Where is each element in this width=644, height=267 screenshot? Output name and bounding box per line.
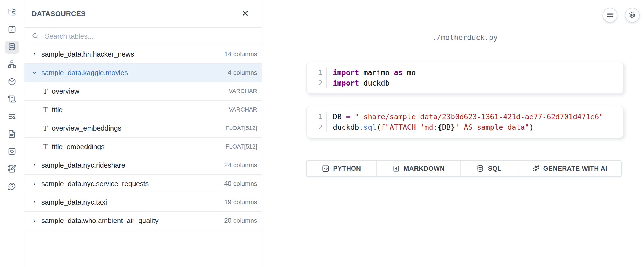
- generate-with-ai-button[interactable]: GENERATE WITH AI: [518, 161, 621, 176]
- search-icon: [32, 32, 39, 40]
- code-square-icon: [8, 147, 16, 156]
- text-type-icon: T: [43, 124, 52, 132]
- line-number: 1: [307, 67, 322, 78]
- add-python-cell-button[interactable]: PYTHON: [307, 161, 377, 176]
- app-window: DATASOURCES sample_data.hn.hacker_news14…: [0, 0, 644, 267]
- sidebar-item-datasources[interactable]: [5, 41, 19, 54]
- line-number: 1: [307, 112, 322, 122]
- column-name: title: [52, 106, 63, 114]
- table-name: sample_data.kaggle.movies: [41, 69, 128, 77]
- table-name: sample_data.nyc.taxi: [41, 198, 107, 206]
- code-cell-1[interactable]: 12 import marimo as moimport duckdb: [306, 62, 624, 94]
- table-name: sample_data.nyc.service_requests: [41, 180, 149, 188]
- line-number: 2: [307, 122, 322, 132]
- search-bar: [24, 28, 262, 45]
- table-columns-count: 14 columns: [224, 50, 257, 58]
- chevron-down-icon[interactable]: [32, 70, 41, 76]
- table-row[interactable]: sample_data.hn.hacker_news14 columns: [24, 45, 262, 64]
- menu-icon: [606, 11, 614, 19]
- line-number: 2: [307, 78, 322, 88]
- sidebar-item-packages[interactable]: [5, 76, 19, 88]
- package-icon: [8, 77, 16, 87]
- close-icon: [241, 9, 249, 18]
- text-type-icon: T: [43, 87, 52, 95]
- table-row[interactable]: sample_data.kaggle.movies4 columns: [24, 64, 262, 82]
- sidebar-item-snippets[interactable]: [5, 145, 19, 158]
- add-button-label: GENERATE WITH AI: [543, 165, 607, 172]
- datasources-panel: DATASOURCES sample_data.hn.hacker_news14…: [24, 0, 262, 267]
- gear-icon: [629, 11, 636, 19]
- activity-bar: [0, 0, 24, 267]
- file-tree-icon: [8, 8, 16, 17]
- sidebar-item-tracebacks[interactable]: [5, 110, 19, 123]
- sidebar-item-logs[interactable]: [5, 93, 19, 106]
- table-row[interactable]: sample_data.nyc.taxi19 columns: [24, 193, 262, 212]
- sidebar-item-help[interactable]: [5, 180, 19, 193]
- code-editor[interactable]: import marimo as moimport duckdb: [327, 67, 623, 88]
- notebook-area: ./motherduck.py 12 import marimo as moim…: [262, 0, 644, 267]
- table-name: sample_data.hn.hacker_news: [41, 50, 134, 58]
- add-sql-cell-button[interactable]: SQL: [461, 161, 518, 176]
- close-panel-button[interactable]: [239, 8, 251, 20]
- column-type: FLOAT[512]: [225, 143, 257, 150]
- chevron-right-icon[interactable]: [32, 218, 41, 224]
- table-columns-count: 24 columns: [224, 161, 257, 169]
- add-button-label: PYTHON: [333, 165, 361, 172]
- chevron-right-icon[interactable]: [32, 199, 41, 205]
- table-columns-count: 19 columns: [224, 198, 257, 206]
- sparkles-icon: [532, 165, 540, 172]
- markdown-icon: [392, 165, 400, 172]
- sidebar-item-dependencies[interactable]: [5, 58, 19, 71]
- text-type-icon: T: [43, 143, 52, 151]
- column-row[interactable]: ToverviewVARCHAR: [24, 82, 262, 101]
- text-search-icon: [8, 112, 16, 121]
- notebook-filename[interactable]: ./motherduck.py: [306, 33, 624, 42]
- code-cell-2[interactable]: 12 DB = "_share/sample_data/23b0d623-136…: [306, 106, 624, 138]
- table-row[interactable]: sample_data.nyc.service_requests40 colum…: [24, 175, 262, 193]
- table-name: sample_data.who.ambient_air_quality: [41, 217, 159, 225]
- chevron-right-icon[interactable]: [32, 162, 41, 168]
- column-row[interactable]: TtitleVARCHAR: [24, 101, 262, 119]
- sidebar-item-file-explorer[interactable]: [5, 6, 19, 19]
- tables-list: sample_data.hn.hacker_news14 columnssamp…: [24, 45, 262, 267]
- column-type: VARCHAR: [229, 106, 257, 113]
- database-icon: [476, 165, 484, 172]
- notebook-pen-icon: [8, 165, 16, 174]
- column-row[interactable]: Toverview_embeddingsFLOAT[512]: [24, 119, 262, 138]
- function-square-icon: [8, 25, 16, 34]
- add-button-label: MARKDOWN: [404, 165, 445, 172]
- table-columns-count: 20 columns: [224, 217, 257, 224]
- sidebar-item-variables[interactable]: [5, 23, 19, 36]
- panel-title: DATASOURCES: [32, 10, 86, 18]
- line-numbers: 12: [307, 112, 327, 132]
- settings-button[interactable]: [625, 8, 640, 23]
- menu-button[interactable]: [603, 8, 617, 23]
- table-row[interactable]: sample_data.nyc.rideshare24 columns: [24, 156, 262, 175]
- text-type-icon: T: [43, 106, 52, 114]
- add-button-label: SQL: [488, 165, 501, 172]
- code-line: import marimo as mo: [333, 67, 623, 78]
- table-columns-count: 4 columns: [228, 69, 257, 76]
- code-line: DB = "_share/sample_data/23b0d623-1361-4…: [333, 112, 623, 122]
- panel-header: DATASOURCES: [24, 0, 262, 28]
- table-columns-count: 40 columns: [224, 180, 257, 187]
- code-line: import duckdb: [333, 78, 623, 88]
- column-name: title_embeddings: [52, 143, 105, 151]
- column-type: VARCHAR: [229, 88, 257, 95]
- sidebar-item-documentation[interactable]: [5, 128, 19, 141]
- chevron-right-icon[interactable]: [32, 51, 41, 57]
- search-input[interactable]: [45, 32, 256, 40]
- message-question-icon: [8, 182, 16, 191]
- code-editor[interactable]: DB = "_share/sample_data/23b0d623-1361-4…: [327, 112, 623, 132]
- file-text-icon: [8, 130, 16, 139]
- chevron-right-icon[interactable]: [32, 181, 41, 187]
- column-row[interactable]: Ttitle_embeddingsFLOAT[512]: [24, 138, 262, 156]
- table-row[interactable]: sample_data.who.ambient_air_quality20 co…: [24, 212, 262, 230]
- top-actions: [603, 8, 640, 23]
- column-name: overview_embeddings: [52, 124, 121, 132]
- sidebar-item-scratchpad[interactable]: [5, 163, 19, 176]
- table-name: sample_data.nyc.rideshare: [41, 161, 125, 169]
- add-markdown-cell-button[interactable]: MARKDOWN: [377, 161, 461, 176]
- network-icon: [8, 60, 16, 69]
- code-line: duckdb.sql(f"ATTACH 'md:{DB}' AS sample_…: [333, 122, 623, 132]
